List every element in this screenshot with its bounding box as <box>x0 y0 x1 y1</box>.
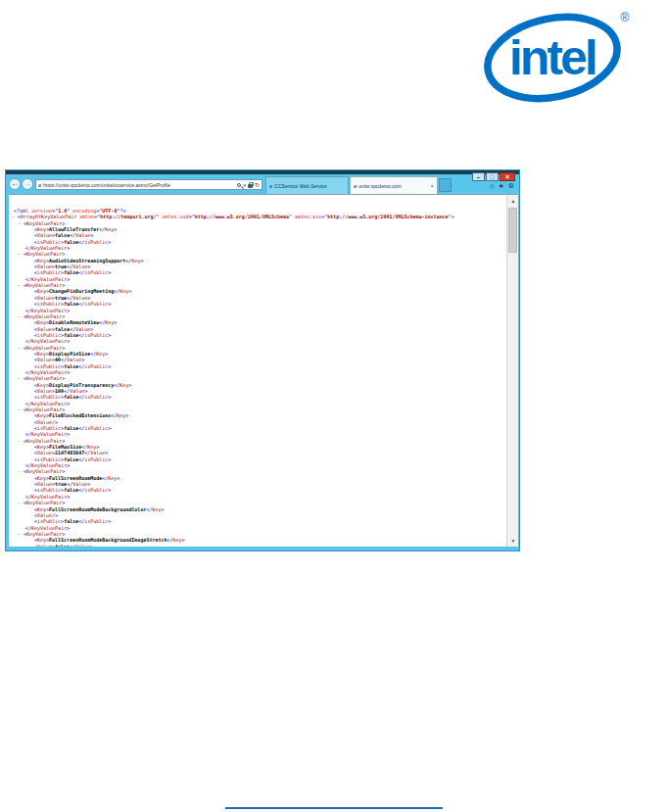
address-bar-icons: ▾ ↻ <box>237 182 260 188</box>
page-favicon-icon: e <box>38 182 41 188</box>
browser-action-icons: ⌂ ★ ⚙ <box>490 181 514 190</box>
tab-unite-vpcdemo[interactable]: e unite.vpcdemo.com × <box>350 176 438 194</box>
new-tab-button[interactable] <box>439 178 452 192</box>
scrollbar-thumb[interactable] <box>508 208 517 253</box>
forward-button[interactable]: → <box>22 178 33 190</box>
favorites-star-icon[interactable]: ★ <box>498 181 503 190</box>
registered-mark: ® <box>621 11 630 24</box>
dropdown-icon[interactable]: ▾ <box>243 182 246 188</box>
footer-rule <box>225 807 443 809</box>
intel-swirl-icon: intel ® <box>484 6 635 108</box>
intel-wordmark: intel <box>509 30 595 85</box>
browser-window: – □ × ← → e https://unite.vpcdemo.com/un… <box>5 169 520 551</box>
tab-favicon-icon: e <box>269 183 272 189</box>
tab-ccservice-web-service[interactable]: e CCService Web Service <box>265 176 349 194</box>
address-url[interactable]: https://unite.vpcdemo.com/unite/ccservic… <box>43 182 235 188</box>
navigation-bar: ← → e https://unite.vpcdemo.com/unite/cc… <box>6 174 519 194</box>
home-icon[interactable]: ⌂ <box>490 181 494 190</box>
xml-document: <?xml version="1.0" encoding="UTF-8"?>- … <box>9 195 506 547</box>
tab-favicon-icon: e <box>354 183 357 189</box>
tab-label: unite.vpcdemo.com <box>358 183 401 189</box>
settings-gear-icon[interactable]: ⚙ <box>508 181 514 190</box>
intel-logo: intel ® <box>484 6 635 108</box>
refresh-icon[interactable]: ↻ <box>255 182 260 188</box>
scroll-down-icon[interactable]: ▼ <box>507 535 518 547</box>
tab-label: CCService Web Service <box>274 183 327 189</box>
vertical-scrollbar[interactable]: ▲ ▼ <box>506 195 518 547</box>
lock-icon <box>248 184 253 188</box>
xml-line: <Value>false</Value> <box>9 544 506 547</box>
tab-close-icon[interactable]: × <box>430 183 434 189</box>
search-icon[interactable] <box>237 183 241 187</box>
browser-content: <?xml version="1.0" encoding="UTF-8"?>- … <box>9 194 518 547</box>
back-button[interactable]: ← <box>9 178 21 190</box>
address-bar[interactable]: e https://unite.vpcdemo.com/unite/ccserv… <box>35 179 262 190</box>
xml-line: - <ArrayOfKeyValuePair xmlns="http://tem… <box>9 214 506 219</box>
scroll-up-icon[interactable]: ▲ <box>507 195 518 207</box>
